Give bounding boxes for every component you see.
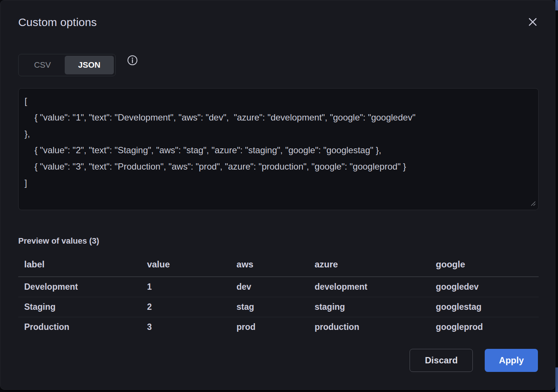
table-cell: prod [231, 317, 309, 337]
table-cell: 2 [141, 297, 231, 317]
column-header-google: google [430, 253, 539, 277]
table-row: Development1devdevelopmentgoogledev [18, 277, 539, 297]
table-cell: dev [231, 277, 309, 297]
apply-button[interactable]: Apply [485, 349, 538, 372]
column-header-azure: azure [309, 253, 430, 277]
table-cell: production [309, 317, 430, 337]
modal-header: Custom options [18, 16, 538, 29]
table-header-row: labelvalueawsazuregoogle [18, 253, 539, 277]
table-row: Production3prodproductiongoogleprod [18, 317, 539, 337]
discard-button[interactable]: Discard [410, 349, 473, 372]
table-row: Staging2stagstaginggooglestag [18, 297, 539, 317]
format-toggle-row: CSV JSON [18, 54, 538, 76]
preview-table: labelvalueawsazuregoogle Development1dev… [18, 253, 539, 337]
table-cell: Development [18, 277, 141, 297]
column-header-aws: aws [231, 253, 309, 277]
table-cell: googledev [430, 277, 539, 297]
modal-footer: Discard Apply [18, 349, 538, 372]
table-cell: 3 [141, 317, 231, 337]
info-icon[interactable] [127, 55, 138, 66]
table-cell: development [309, 277, 430, 297]
table-cell: googlestag [430, 297, 539, 317]
background-page-sliver-bottom [555, 367, 558, 392]
close-button[interactable] [526, 15, 539, 29]
preview-heading: Preview of values (3) [18, 236, 538, 246]
preview-table-body: Development1devdevelopmentgoogledevStagi… [18, 277, 539, 337]
custom-options-modal: Custom options CSV JSON [ { "value": "1"… [0, 0, 555, 390]
background-page-sliver-top [555, 0, 558, 10]
format-option-csv[interactable]: CSV [20, 56, 65, 74]
table-cell: staging [309, 297, 430, 317]
table-cell: stag [231, 297, 309, 317]
close-icon [527, 17, 538, 27]
format-radio-group: CSV JSON [18, 54, 116, 76]
column-header-label: label [18, 253, 141, 277]
table-cell: googleprod [430, 317, 539, 337]
json-editor-container: [ { "value": "1", "text": "Development",… [18, 88, 538, 210]
table-cell: Production [18, 317, 141, 337]
custom-options-textarea[interactable]: [ { "value": "1", "text": "Development",… [18, 88, 539, 210]
table-cell: 1 [141, 277, 231, 297]
table-cell: Staging [18, 297, 141, 317]
format-option-json[interactable]: JSON [65, 56, 114, 74]
column-header-value: value [141, 253, 231, 277]
page-title: Custom options [18, 16, 538, 29]
